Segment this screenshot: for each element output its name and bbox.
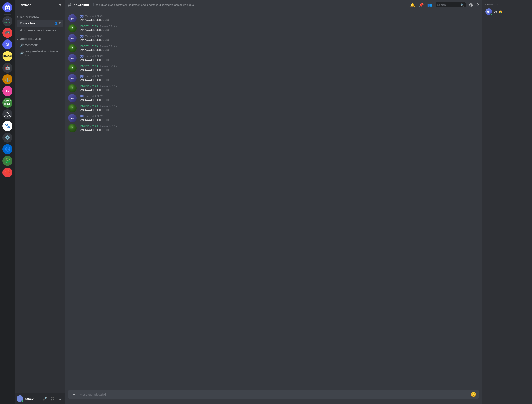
server-icon-s13[interactable]: 🐉 (2, 156, 13, 166)
message-group: gg gg Today at 9:21 AM WAAAAHHHHHHHH (65, 33, 482, 43)
message-group: P Paarthurnax Today at 9:21 AM WAAAAHHHH… (65, 103, 482, 113)
channel-sections: ▼ TEXT CHANNELS + # dovahkiin 👤 ⚙ # supe… (15, 10, 65, 393)
help-icon[interactable]: ? (476, 2, 479, 7)
pin-icon[interactable]: 📌 (419, 2, 424, 7)
message-text: WAAAAHHHHHHHH (80, 98, 479, 102)
server-icon-s6[interactable]: ⚓ (2, 74, 13, 84)
message-group: gg gg Today at 9:21 AM WAAAAHHHHHHHH (65, 73, 482, 83)
message-content: gg Today at 9:21 AM WAAAAHHHHHHHH (80, 74, 479, 82)
server-icon-s12[interactable]: 🌀 (2, 144, 13, 154)
message-content: Paarthurnax Today at 9:21 AM WAAAAHHHHHH… (80, 84, 479, 92)
message-content: Paarthurnax Today at 9:21 AM WAAAAHHHHHH… (80, 104, 479, 112)
server-name: Hammer (18, 3, 31, 7)
online-members-header: ONLINE—1 (484, 3, 530, 6)
message-content: gg Today at 9:21 AM WAAAAHHHHHHHH (80, 34, 479, 42)
settings-icon[interactable]: ⚙ (59, 22, 62, 25)
message-content: gg Today at 9:21 AM WAAAAHHHHHHHH (80, 94, 479, 102)
server-icon-s5[interactable]: 🤖 (2, 63, 13, 73)
server-icon-s10[interactable]: 🐾 (2, 121, 13, 131)
chat-input: ＋ 😊 (68, 390, 479, 399)
message-avatar: gg (68, 14, 77, 22)
member-avatar: gg (485, 8, 492, 15)
message-avatar: P (68, 104, 77, 112)
server-divider (4, 14, 11, 14)
deafen-button[interactable]: 🎧 (49, 395, 56, 402)
search-input[interactable] (437, 3, 459, 6)
message-header: gg Today at 9:21 AM (80, 114, 479, 117)
message-avatar: P (68, 64, 77, 72)
search-icon: 🔍 (461, 3, 464, 7)
chevron-icon: ▼ (17, 16, 19, 18)
channel-name: dovahkiin (23, 21, 54, 25)
member-item-gg[interactable]: gg gg 👑 (484, 7, 530, 16)
message-group: gg gg Today at 9:21 AM WAAAAHHHHHHHH (65, 113, 482, 123)
message-header: Paarthurnax Today at 9:21 AM (80, 124, 479, 127)
message-avatar: gg (68, 94, 77, 102)
text-channels-label: TEXT CHANNELS (19, 16, 39, 18)
header-actions: 🔔 📌 👥 🔍 @ ? (410, 2, 479, 7)
message-author: gg (80, 74, 83, 77)
message-group: P Paarthurnax Today at 9:21 AM WAAAAHHHH… (65, 83, 482, 93)
notification-bell-icon[interactable]: 🔔 (410, 2, 415, 7)
message-header: gg Today at 9:21 AM (80, 14, 479, 18)
speaker-icon: 🔊 (20, 44, 24, 47)
message-group: gg gg Today at 9:21 AM WAAAAHHHHHHHH (65, 53, 482, 63)
message-timestamp: Today at 9:21 AM (85, 115, 103, 117)
text-channels-section[interactable]: ▼ TEXT CHANNELS + (15, 12, 65, 19)
channel-item-foosroduh[interactable]: 🔊 foosroduh (17, 42, 63, 48)
emoji-button[interactable]: 😊 (471, 392, 476, 397)
channel-actions: 👤 ⚙ (54, 22, 62, 25)
message-text: WAAAAHHHHHHHH (80, 68, 479, 72)
channel-item-dovahkiin[interactable]: # dovahkiin 👤 ⚙ (17, 20, 63, 27)
message-header: Paarthurnax Today at 9:21 AM (80, 104, 479, 107)
user-controls: 🎤 🎧 ⚙ (42, 395, 63, 402)
message-avatar: P (68, 124, 77, 132)
member-badge: 👑 (499, 10, 502, 13)
server-icon-home[interactable]: 32 ONLINE (2, 16, 13, 26)
channel-item-league[interactable]: 🔊 league-of-extraordinary-p... (17, 48, 63, 58)
search-bar[interactable]: 🔍 (436, 2, 466, 7)
message-avatar: gg (68, 54, 77, 62)
message-input[interactable] (80, 390, 468, 399)
channel-hash-icon: # (68, 2, 71, 8)
attach-file-button[interactable]: ＋ (71, 390, 77, 399)
message-text: WAAAAHHHHHHHH (80, 58, 479, 62)
server-icon-s11[interactable]: ⚙️ (2, 133, 13, 143)
server-icon-s7[interactable]: G (2, 86, 13, 96)
user-settings-button[interactable]: ⚙ (57, 395, 63, 402)
message-content: gg Today at 9:21 AM WAAAAHHHHHHHH (80, 54, 479, 62)
message-timestamp: Today at 9:21 AM (100, 45, 117, 47)
server-icon-s4[interactable]: NERD GAMING (2, 51, 13, 61)
messages-area[interactable]: gg gg Today at 9:21 AM WAAAAHHHHHHHH P P… (65, 10, 482, 390)
server-icon-dm[interactable] (2, 2, 13, 13)
server-icon-s8[interactable]: DAY'STORE (2, 98, 13, 108)
chat-header: # dovahkiin :d;adn;ad;d;adn;add;d;adn;ad… (65, 0, 482, 10)
user-panel: Gr GrizzO 🎤 🎧 ⚙ (15, 393, 65, 404)
server-header[interactable]: Hammer ▼ (15, 0, 65, 10)
message-group: P Paarthurnax Today at 9:21 AM WAAAAHHHH… (65, 23, 482, 33)
add-text-channel-button[interactable]: + (61, 15, 63, 19)
add-voice-channel-button[interactable]: + (61, 37, 63, 41)
avatar: Gr (17, 395, 23, 402)
voice-channels-section[interactable]: ▼ VOICE CHANNELS + (15, 34, 65, 42)
members-icon[interactable]: 👥 (427, 2, 432, 7)
add-reaction-button[interactable]: 🙂 (466, 65, 472, 70)
message-header: gg Today at 9:21 AM (80, 54, 479, 57)
username: GrizzO (25, 397, 40, 400)
message-author: Paarthurnax (80, 24, 98, 28)
mute-button[interactable]: 🎤 (42, 395, 48, 402)
message-timestamp: Today at 9:21 AM (85, 35, 103, 38)
message-avatar: gg (68, 34, 77, 42)
message-header: gg Today at 9:21 AM (80, 34, 479, 38)
server-icon-s2[interactable]: 🎮 (2, 28, 13, 38)
channel-item-pizza[interactable]: # super-secret-pizza-clan (17, 27, 63, 34)
channel-name: super-secret-pizza-clan (23, 28, 62, 32)
message-text: WAAAAHHHHHHHH (80, 28, 479, 32)
at-icon[interactable]: @ (469, 2, 473, 7)
add-member-icon[interactable]: 👤 (54, 22, 58, 25)
members-panel: ONLINE—1 gg gg 👑 (482, 0, 532, 404)
server-icon-s9[interactable]: PRODRAG (2, 109, 13, 119)
server-icon-s3[interactable]: S (2, 39, 13, 50)
more-options-button[interactable]: ⋮ (473, 65, 478, 70)
server-icon-s14[interactable]: ❤️ (2, 168, 13, 177)
